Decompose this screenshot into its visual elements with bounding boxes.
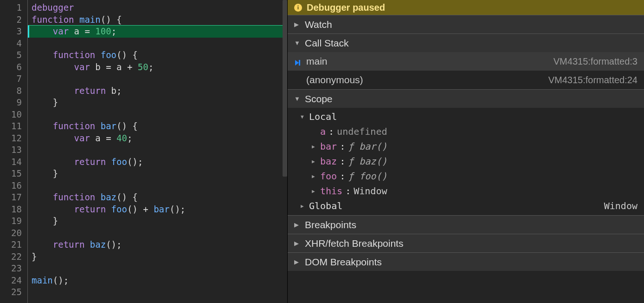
code-line[interactable] (28, 180, 287, 192)
code-line[interactable]: return baz(); (28, 239, 287, 251)
debugger-pane: i Debugger paused Watch Call Stack mainV… (288, 0, 644, 303)
line-number: 3 (0, 26, 27, 38)
code-line[interactable]: var a = 40; (28, 132, 287, 145)
chevron-right-icon (294, 21, 300, 28)
code-line[interactable]: } (28, 168, 287, 180)
code-line[interactable] (28, 109, 287, 121)
scope-variable[interactable]: baz: ƒ baz() (288, 154, 644, 169)
current-frame-arrow-icon (294, 76, 302, 84)
chevron-right-icon (312, 173, 317, 179)
line-number: 1 (0, 2, 27, 14)
code-editor[interactable]: 1234567891011121314151617181920212223242… (0, 0, 288, 303)
line-number: 23 (0, 263, 27, 275)
chevron-right-icon (312, 188, 317, 194)
debugger-status-bar: i Debugger paused (288, 0, 644, 15)
line-number: 9 (0, 97, 27, 109)
scope-global-label: Global (309, 200, 342, 211)
code-line[interactable] (28, 144, 287, 156)
code-line[interactable]: return foo() + bar(); (28, 204, 287, 216)
code-line[interactable]: function bar() { (28, 120, 287, 132)
line-number: 2 (0, 14, 27, 26)
frame-location: VM4315:formatted:24 (548, 75, 638, 86)
section-label: XHR/fetch Breakpoints (305, 238, 403, 249)
line-number: 24 (0, 275, 27, 287)
chevron-right-icon (294, 258, 300, 265)
chevron-down-icon (294, 95, 300, 102)
scope-variable[interactable]: bar: ƒ bar() (288, 139, 644, 154)
code-line[interactable] (28, 73, 287, 85)
line-number: 5 (0, 49, 27, 61)
section-label: Breakpoints (305, 219, 356, 231)
variable-value: ƒ bar() (348, 141, 387, 152)
section-label: Scope (305, 93, 333, 105)
line-number: 18 (0, 204, 27, 216)
code-line[interactable]: function baz() { (28, 191, 287, 204)
line-number: 14 (0, 156, 27, 168)
frame-name: (anonymous) (306, 74, 363, 86)
scope-local-header[interactable]: Local (288, 109, 644, 124)
variable-value: Window (354, 185, 387, 197)
frame-location: VM4315:formatted:3 (554, 56, 638, 67)
status-message: Debugger paused (307, 2, 385, 13)
code-line[interactable]: return b; (28, 85, 287, 97)
info-icon: i (294, 4, 302, 12)
line-number: 25 (0, 286, 27, 298)
chevron-right-icon (301, 203, 306, 209)
variable-name: this (320, 185, 342, 197)
code-area[interactable]: debuggerfunction main() { var a = 100; f… (28, 0, 287, 303)
scope-variable[interactable]: foo: ƒ foo() (288, 169, 644, 184)
code-line[interactable]: function main() { (28, 14, 287, 26)
scope-variable[interactable]: this: Window (288, 184, 644, 198)
variable-value: ƒ foo() (348, 171, 387, 182)
code-line[interactable]: return foo(); (28, 156, 287, 168)
line-number: 22 (0, 251, 27, 263)
scope-global-header[interactable]: Global Window (288, 198, 644, 213)
chevron-right-icon (294, 240, 300, 247)
line-number: 7 (0, 73, 27, 85)
section-label: DOM Breakpoints (305, 257, 382, 268)
current-frame-arrow-icon (294, 58, 302, 65)
variable-name: baz (320, 156, 337, 167)
section-label: Watch (305, 19, 332, 30)
line-number: 10 (0, 109, 27, 121)
chevron-down-icon (294, 40, 300, 46)
chevron-right-icon (312, 158, 317, 165)
scope-variable[interactable]: a: undefined (288, 124, 644, 139)
code-line[interactable] (28, 38, 287, 50)
line-number: 8 (0, 85, 27, 97)
section-scope[interactable]: Scope (288, 89, 644, 108)
line-number: 13 (0, 144, 27, 156)
scrollbar[interactable] (283, 0, 287, 177)
scope-global-value: Window (604, 200, 638, 211)
code-line[interactable]: debugger (28, 2, 287, 14)
section-watch[interactable]: Watch (288, 15, 644, 33)
section-dom-breakpoints[interactable]: DOM Breakpoints (288, 252, 644, 271)
variable-name: bar (320, 141, 337, 152)
code-line[interactable] (28, 263, 287, 275)
line-number: 6 (0, 61, 27, 73)
section-callstack[interactable]: Call Stack (288, 33, 644, 52)
section-label: Call Stack (305, 38, 349, 49)
section-xhr-breakpoints[interactable]: XHR/fetch Breakpoints (288, 234, 644, 252)
callstack-frame[interactable]: mainVM4315:formatted:3 (288, 52, 644, 71)
code-line[interactable]: } (28, 215, 287, 227)
line-number: 20 (0, 227, 27, 239)
line-number: 4 (0, 38, 27, 50)
code-line[interactable]: var b = a + 50; (28, 61, 287, 73)
code-line[interactable]: var a = 100; (28, 26, 287, 38)
chevron-right-icon (294, 221, 300, 228)
code-line[interactable]: } (28, 251, 287, 263)
variable-name: foo (320, 171, 337, 182)
callstack-list: mainVM4315:formatted:3(anonymous)VM4315:… (288, 52, 644, 89)
code-line[interactable]: main(); (28, 275, 287, 287)
variable-value: ƒ baz() (348, 156, 387, 167)
line-number-gutter: 1234567891011121314151617181920212223242… (0, 0, 28, 303)
section-breakpoints[interactable]: Breakpoints (288, 215, 644, 234)
callstack-frame[interactable]: (anonymous)VM4315:formatted:24 (288, 71, 644, 89)
code-line[interactable] (28, 227, 287, 239)
variable-value: undefined (337, 126, 387, 137)
code-line[interactable]: function foo() { (28, 49, 287, 61)
code-line[interactable] (28, 286, 287, 298)
code-line[interactable]: } (28, 97, 287, 109)
line-number: 15 (0, 168, 27, 180)
